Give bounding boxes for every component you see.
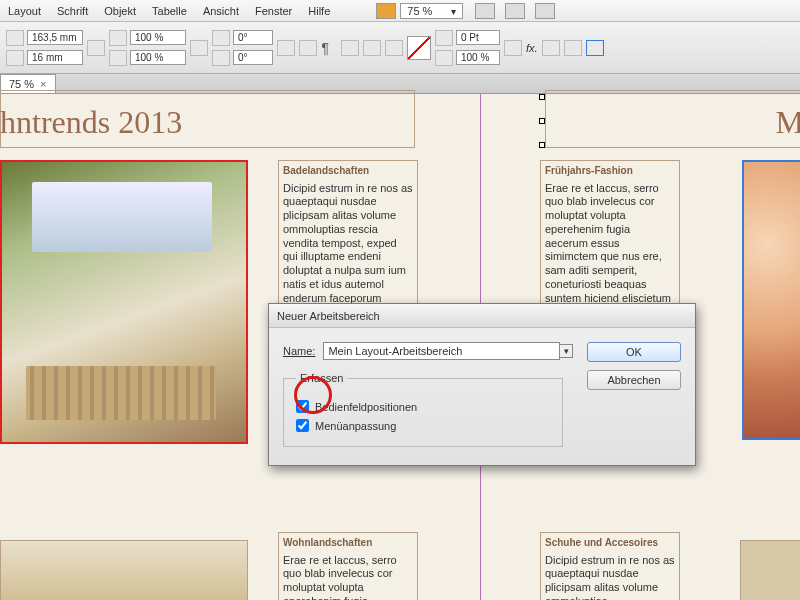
dialog-new-workspace: Neuer Arbeitsbereich OK Abbrechen Name: … xyxy=(268,303,696,466)
stroke-w-icon xyxy=(435,30,453,46)
cancel-button[interactable]: Abbrechen xyxy=(587,370,681,390)
screen-mode-icon[interactable] xyxy=(475,3,495,19)
heading-bad: Badelandschaften xyxy=(283,165,413,178)
image-bathroom[interactable] xyxy=(0,160,248,444)
chain-icon[interactable] xyxy=(385,40,403,56)
heading-fashion: Frühjahrs-Fashion xyxy=(545,165,675,178)
bridge-icon[interactable] xyxy=(376,3,396,19)
link-icon[interactable] xyxy=(87,40,105,56)
menu-objekt[interactable]: Objekt xyxy=(104,5,136,17)
scale-y-field[interactable]: 100 % xyxy=(130,50,186,65)
title-frame-right[interactable] xyxy=(545,90,800,148)
workspace-name-input[interactable] xyxy=(323,342,560,360)
menu-tabelle[interactable]: Tabelle xyxy=(152,5,187,17)
selection-handles xyxy=(539,94,549,150)
name-label: Name: xyxy=(283,345,315,357)
capture-fieldset: Erfassen Bedienfeldpositionen Menüanpass… xyxy=(283,372,563,447)
menu-ansicht[interactable]: Ansicht xyxy=(203,5,239,17)
wrap-icon[interactable] xyxy=(363,40,381,56)
rotate-icon xyxy=(212,30,230,46)
menu-layout[interactable]: Layout xyxy=(8,5,41,17)
y-icon xyxy=(6,50,24,66)
dialog-title: Neuer Arbeitsbereich xyxy=(277,310,380,322)
heading-wohn: Wohnlandschaften xyxy=(283,537,413,550)
label-menu-customization: Menüanpassung xyxy=(315,420,396,432)
scale-x-field[interactable]: 100 % xyxy=(130,30,186,45)
constrain-icon[interactable] xyxy=(190,40,208,56)
fx-opacity[interactable]: 100 % xyxy=(456,50,500,65)
dropdown-icon[interactable]: ▾ xyxy=(559,344,573,358)
fieldset-legend: Erfassen xyxy=(296,372,347,384)
flip-v-icon[interactable] xyxy=(299,40,317,56)
heading-schuhe: Schuhe und Accesoires xyxy=(545,537,675,550)
opacity-icon xyxy=(435,50,453,66)
menu-schrift[interactable]: Schrift xyxy=(57,5,88,17)
dialog-titlebar[interactable]: Neuer Arbeitsbereich xyxy=(269,304,695,328)
shear-icon xyxy=(212,50,230,66)
fill-none-icon[interactable] xyxy=(407,36,431,60)
image-living[interactable] xyxy=(0,540,248,600)
paragraph-icon[interactable]: ¶ xyxy=(321,40,337,56)
menubar: Layout Schrift Objekt Tabelle Ansicht Fe… xyxy=(0,0,800,22)
fx-icon[interactable]: fx. xyxy=(526,42,538,54)
align-icon[interactable] xyxy=(341,40,359,56)
page-title-left: hntrends 2013 xyxy=(0,104,182,141)
control-toolbar: 163,5 mm 16 mm 100 % 100 % 0° 0° ¶ 0 Pt … xyxy=(0,22,800,74)
label-panel-positions: Bedienfeldpositionen xyxy=(315,401,417,413)
drop-shadow-icon[interactable] xyxy=(504,40,522,56)
scale-x-icon xyxy=(109,30,127,46)
text-align-left-icon[interactable] xyxy=(542,40,560,56)
scale-y-icon xyxy=(109,50,127,66)
y-field[interactable]: 16 mm xyxy=(27,50,83,65)
text-align-center-icon[interactable] xyxy=(564,40,582,56)
checkbox-menu-customization[interactable] xyxy=(296,419,309,432)
crop-icon[interactable] xyxy=(586,40,604,56)
text-frame-wohn[interactable]: Wohnlandschaften Erae re et laccus, serr… xyxy=(278,532,418,600)
body-wohn: Erae re et laccus, serro quo blab invele… xyxy=(283,554,413,601)
body-bad: Dicipid estrum in re nos as quaeptaqui n… xyxy=(283,182,413,320)
menu-hilfe[interactable]: Hilfe xyxy=(308,5,330,17)
text-frame-schuhe[interactable]: Schuhe und Accesoires Dicipid estrum in … xyxy=(540,532,680,600)
image-fashion[interactable] xyxy=(742,160,800,440)
arrange-icon[interactable] xyxy=(505,3,525,19)
ok-button[interactable]: OK xyxy=(587,342,681,362)
checkbox-panel-positions[interactable] xyxy=(296,400,309,413)
shear-field[interactable]: 0° xyxy=(233,50,273,65)
page-title-right: Mo xyxy=(776,104,800,141)
stroke-weight[interactable]: 0 Pt xyxy=(456,30,500,45)
tab-label: 75 % xyxy=(9,78,34,90)
rotate-field[interactable]: 0° xyxy=(233,30,273,45)
x-field[interactable]: 163,5 mm xyxy=(27,30,83,45)
close-tab-icon[interactable]: × xyxy=(40,78,46,90)
flip-h-icon[interactable] xyxy=(277,40,295,56)
x-icon xyxy=(6,30,24,46)
image-shoes[interactable] xyxy=(740,540,800,600)
zoom-level[interactable]: 75 % ▾ xyxy=(400,3,463,19)
menu-fenster[interactable]: Fenster xyxy=(255,5,292,17)
body-schuhe: Dicipid estrum in re nos as quaeptaqui n… xyxy=(545,554,675,601)
view-options-icon[interactable] xyxy=(535,3,555,19)
